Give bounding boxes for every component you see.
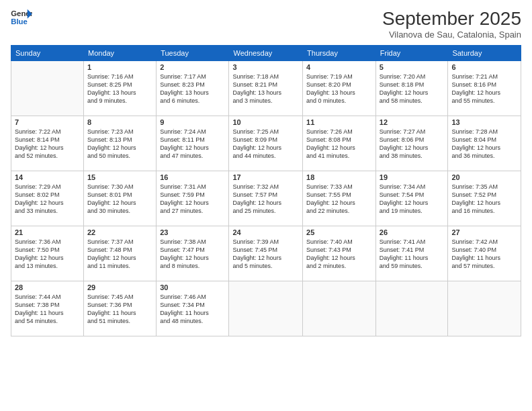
- day-info: Sunrise: 7:39 AMSunset: 7:45 PMDaylight:…: [232, 238, 299, 271]
- calendar-cell: 2Sunrise: 7:17 AMSunset: 8:23 PMDaylight…: [157, 61, 229, 116]
- day-info: Sunrise: 7:28 AMSunset: 8:04 PMDaylight:…: [451, 128, 517, 161]
- day-info: Sunrise: 7:18 AMSunset: 8:21 PMDaylight:…: [232, 73, 299, 105]
- calendar-cell: [11, 61, 84, 116]
- col-saturday: Saturday: [448, 46, 521, 61]
- col-wednesday: Wednesday: [229, 46, 303, 61]
- calendar-cell: [303, 281, 376, 336]
- day-number: 1: [87, 63, 152, 71]
- day-info: Sunrise: 7:42 AMSunset: 7:40 PMDaylight:…: [451, 238, 517, 271]
- day-number: 29: [87, 283, 152, 291]
- logo: General Blue: [11, 8, 32, 27]
- calendar-cell: [375, 281, 448, 336]
- calendar-cell: 21Sunrise: 7:36 AMSunset: 7:50 PMDayligh…: [11, 226, 84, 281]
- calendar-week-row: 7Sunrise: 7:22 AMSunset: 8:14 PMDaylight…: [11, 116, 521, 171]
- day-info: Sunrise: 7:24 AMSunset: 8:11 PMDaylight:…: [160, 128, 225, 161]
- day-number: 27: [451, 228, 517, 236]
- day-number: 24: [232, 228, 299, 236]
- col-thursday: Thursday: [303, 46, 376, 61]
- day-info: Sunrise: 7:19 AMSunset: 8:20 PMDaylight:…: [306, 73, 372, 105]
- calendar-cell: 17Sunrise: 7:32 AMSunset: 7:57 PMDayligh…: [229, 171, 303, 226]
- day-number: 3: [232, 63, 299, 71]
- day-number: 18: [306, 173, 372, 181]
- calendar-cell: 13Sunrise: 7:28 AMSunset: 8:04 PMDayligh…: [448, 116, 521, 171]
- calendar-cell: [229, 281, 303, 336]
- day-info: Sunrise: 7:30 AMSunset: 8:01 PMDaylight:…: [87, 183, 152, 216]
- day-number: 10: [232, 118, 299, 126]
- day-info: Sunrise: 7:16 AMSunset: 8:25 PMDaylight:…: [87, 73, 152, 105]
- day-info: Sunrise: 7:32 AMSunset: 7:57 PMDaylight:…: [232, 183, 299, 216]
- calendar-cell: 25Sunrise: 7:40 AMSunset: 7:43 PMDayligh…: [303, 226, 376, 281]
- day-info: Sunrise: 7:20 AMSunset: 8:18 PMDaylight:…: [380, 73, 445, 105]
- day-info: Sunrise: 7:36 AMSunset: 7:50 PMDaylight:…: [15, 238, 80, 271]
- day-info: Sunrise: 7:45 AMSunset: 7:36 PMDaylight:…: [87, 293, 152, 326]
- day-number: 12: [380, 118, 445, 126]
- calendar-cell: 14Sunrise: 7:29 AMSunset: 8:02 PMDayligh…: [11, 171, 84, 226]
- day-info: Sunrise: 7:17 AMSunset: 8:23 PMDaylight:…: [160, 73, 225, 105]
- calendar-cell: 22Sunrise: 7:37 AMSunset: 7:48 PMDayligh…: [83, 226, 156, 281]
- day-info: Sunrise: 7:33 AMSunset: 7:55 PMDaylight:…: [306, 183, 372, 216]
- calendar-header-row: Sunday Monday Tuesday Wednesday Thursday…: [11, 46, 521, 61]
- location-subtitle: Vilanova de Sau, Catalonia, Spain: [382, 30, 521, 40]
- calendar-cell: 11Sunrise: 7:26 AMSunset: 8:08 PMDayligh…: [303, 116, 376, 171]
- title-block: September 2025 Vilanova de Sau, Cataloni…: [382, 8, 521, 40]
- day-number: 25: [306, 228, 372, 236]
- day-number: 28: [15, 283, 80, 291]
- calendar-week-row: 21Sunrise: 7:36 AMSunset: 7:50 PMDayligh…: [11, 226, 521, 281]
- day-number: 7: [15, 118, 80, 126]
- calendar-cell: 3Sunrise: 7:18 AMSunset: 8:21 PMDaylight…: [229, 61, 303, 116]
- day-info: Sunrise: 7:27 AMSunset: 8:06 PMDaylight:…: [380, 128, 445, 161]
- day-info: Sunrise: 7:22 AMSunset: 8:14 PMDaylight:…: [15, 128, 80, 161]
- calendar-cell: 16Sunrise: 7:31 AMSunset: 7:59 PMDayligh…: [157, 171, 229, 226]
- day-info: Sunrise: 7:35 AMSunset: 7:52 PMDaylight:…: [451, 183, 517, 216]
- day-number: 17: [232, 173, 299, 181]
- calendar-cell: 30Sunrise: 7:46 AMSunset: 7:34 PMDayligh…: [157, 281, 229, 336]
- day-info: Sunrise: 7:21 AMSunset: 8:16 PMDaylight:…: [451, 73, 517, 105]
- col-tuesday: Tuesday: [157, 46, 229, 61]
- calendar-cell: 7Sunrise: 7:22 AMSunset: 8:14 PMDaylight…: [11, 116, 84, 171]
- calendar-cell: 20Sunrise: 7:35 AMSunset: 7:52 PMDayligh…: [448, 171, 521, 226]
- day-number: 20: [451, 173, 517, 181]
- day-info: Sunrise: 7:34 AMSunset: 7:54 PMDaylight:…: [380, 183, 445, 216]
- day-info: Sunrise: 7:44 AMSunset: 7:38 PMDaylight:…: [15, 293, 80, 326]
- day-number: 23: [160, 228, 225, 236]
- col-friday: Friday: [375, 46, 448, 61]
- calendar-cell: 18Sunrise: 7:33 AMSunset: 7:55 PMDayligh…: [303, 171, 376, 226]
- calendar-table: Sunday Monday Tuesday Wednesday Thursday…: [11, 45, 521, 336]
- day-number: 22: [87, 228, 152, 236]
- col-sunday: Sunday: [11, 46, 84, 61]
- page: General Blue September 2025 Vilanova de …: [0, 0, 532, 411]
- day-info: Sunrise: 7:31 AMSunset: 7:59 PMDaylight:…: [160, 183, 225, 216]
- calendar-cell: [448, 281, 521, 336]
- calendar-cell: 23Sunrise: 7:38 AMSunset: 7:47 PMDayligh…: [157, 226, 229, 281]
- day-info: Sunrise: 7:26 AMSunset: 8:08 PMDaylight:…: [306, 128, 372, 161]
- day-info: Sunrise: 7:37 AMSunset: 7:48 PMDaylight:…: [87, 238, 152, 271]
- calendar-cell: 24Sunrise: 7:39 AMSunset: 7:45 PMDayligh…: [229, 226, 303, 281]
- day-number: 2: [160, 63, 225, 71]
- day-number: 9: [160, 118, 225, 126]
- calendar-cell: 12Sunrise: 7:27 AMSunset: 8:06 PMDayligh…: [375, 116, 448, 171]
- calendar-cell: 27Sunrise: 7:42 AMSunset: 7:40 PMDayligh…: [448, 226, 521, 281]
- calendar-cell: 1Sunrise: 7:16 AMSunset: 8:25 PMDaylight…: [83, 61, 156, 116]
- day-number: 14: [15, 173, 80, 181]
- svg-text:Blue: Blue: [11, 17, 28, 26]
- header: General Blue September 2025 Vilanova de …: [11, 8, 521, 40]
- calendar-cell: 29Sunrise: 7:45 AMSunset: 7:36 PMDayligh…: [83, 281, 156, 336]
- day-number: 26: [380, 228, 445, 236]
- calendar-cell: 15Sunrise: 7:30 AMSunset: 8:01 PMDayligh…: [83, 171, 156, 226]
- day-number: 4: [306, 63, 372, 71]
- month-title: September 2025: [382, 8, 521, 30]
- logo-icon: General Blue: [11, 8, 32, 27]
- calendar-week-row: 1Sunrise: 7:16 AMSunset: 8:25 PMDaylight…: [11, 61, 521, 116]
- day-number: 16: [160, 173, 225, 181]
- calendar-cell: 26Sunrise: 7:41 AMSunset: 7:41 PMDayligh…: [375, 226, 448, 281]
- calendar-cell: 9Sunrise: 7:24 AMSunset: 8:11 PMDaylight…: [157, 116, 229, 171]
- day-info: Sunrise: 7:40 AMSunset: 7:43 PMDaylight:…: [306, 238, 372, 271]
- calendar-cell: 8Sunrise: 7:23 AMSunset: 8:13 PMDaylight…: [83, 116, 156, 171]
- calendar-week-row: 14Sunrise: 7:29 AMSunset: 8:02 PMDayligh…: [11, 171, 521, 226]
- day-number: 30: [160, 283, 225, 291]
- day-info: Sunrise: 7:38 AMSunset: 7:47 PMDaylight:…: [160, 238, 225, 271]
- day-number: 15: [87, 173, 152, 181]
- day-number: 11: [306, 118, 372, 126]
- calendar-cell: 19Sunrise: 7:34 AMSunset: 7:54 PMDayligh…: [375, 171, 448, 226]
- day-info: Sunrise: 7:41 AMSunset: 7:41 PMDaylight:…: [380, 238, 445, 271]
